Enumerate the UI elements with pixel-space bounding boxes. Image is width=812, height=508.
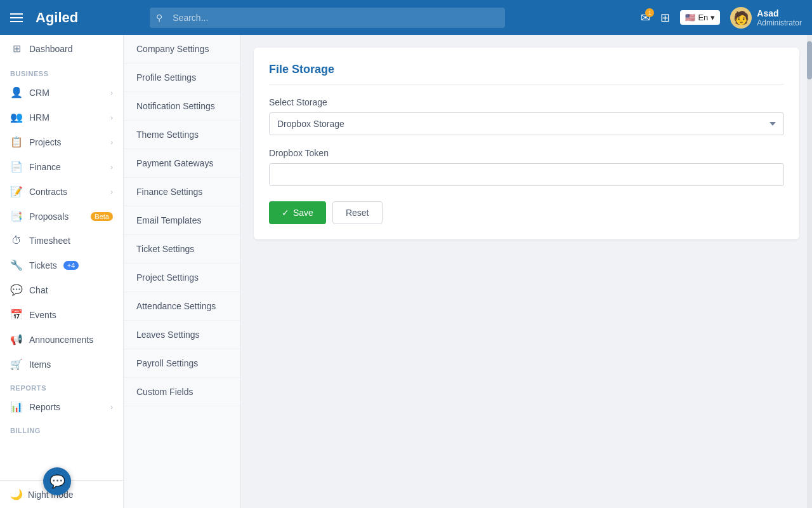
- reports-arrow-icon: ›: [110, 403, 113, 411]
- search-input[interactable]: [150, 8, 505, 28]
- dropbox-token-group: Dropbox Token: [269, 148, 784, 186]
- settings-payment[interactable]: Payment Gateways: [124, 149, 240, 178]
- dropbox-token-label: Dropbox Token: [269, 148, 784, 158]
- contracts-arrow-icon: ›: [110, 188, 113, 196]
- reports-icon: 📊: [10, 401, 23, 413]
- settings-company[interactable]: Company Settings: [124, 35, 240, 64]
- settings-notification[interactable]: Notification Settings: [124, 92, 240, 121]
- notifications-button[interactable]: ✉ 1: [641, 11, 650, 25]
- scrollbar[interactable]: [807, 35, 812, 508]
- tickets-badge: +4: [63, 261, 79, 270]
- sidebar-item-finance[interactable]: 📄 Finance ›: [0, 154, 123, 179]
- hrm-label: HRM: [29, 112, 49, 123]
- sidebar-item-projects[interactable]: 📋 Projects ›: [0, 130, 123, 154]
- sidebar-item-contracts[interactable]: 📝 Contracts ›: [0, 179, 123, 204]
- events-label: Events: [29, 310, 56, 320]
- search-container: ⚲: [150, 8, 505, 28]
- proposals-badge: Beta: [91, 212, 113, 221]
- announcements-icon: 📢: [10, 333, 23, 345]
- sidebar-item-items[interactable]: 🛒 Items: [0, 352, 123, 377]
- crm-label: CRM: [29, 88, 49, 98]
- settings-sidebar: Company Settings Profile Settings Notifi…: [124, 35, 241, 508]
- night-mode-icon: 🌙: [10, 488, 23, 500]
- file-storage-card: File Storage Select Storage Dropbox Stor…: [254, 48, 799, 239]
- file-storage-title: File Storage: [269, 63, 784, 84]
- app-logo: Agiled: [36, 10, 78, 26]
- username: Asad: [757, 8, 802, 18]
- sidebar-item-announcements[interactable]: 📢 Announcements: [0, 327, 123, 352]
- announcements-label: Announcements: [29, 335, 93, 345]
- flag-icon: 🇺🇸: [685, 13, 695, 22]
- projects-label: Projects: [29, 137, 62, 147]
- hrm-icon: 👥: [10, 111, 23, 123]
- crm-arrow-icon: ›: [110, 89, 113, 97]
- settings-attendance[interactable]: Attendance Settings: [124, 292, 240, 321]
- check-icon: ✓: [282, 208, 289, 218]
- sidebar-item-reports[interactable]: 📊 Reports ›: [0, 394, 123, 419]
- form-actions: ✓ Save Reset: [269, 201, 784, 224]
- hamburger-menu[interactable]: [10, 13, 23, 22]
- projects-arrow-icon: ›: [110, 138, 113, 146]
- left-sidebar: ⊞ Dashboard BUSINESS 👤 CRM › 👥 HRM › 📋 P…: [0, 35, 124, 508]
- sidebar-item-tickets[interactable]: 🔧 Tickets +4: [0, 253, 123, 277]
- section-billing: BILLING: [0, 419, 123, 437]
- settings-finance[interactable]: Finance Settings: [124, 178, 240, 206]
- sidebar-item-dashboard[interactable]: ⊞ Dashboard: [0, 35, 123, 62]
- items-icon: 🛒: [10, 358, 23, 370]
- sidebar-item-hrm[interactable]: 👥 HRM ›: [0, 105, 123, 130]
- user-role: Administrator: [757, 18, 802, 27]
- dropbox-token-input[interactable]: [269, 163, 784, 186]
- user-menu[interactable]: 🧑 Asad Administrator: [730, 7, 802, 29]
- chat-support-button[interactable]: 💬: [43, 467, 71, 495]
- save-button[interactable]: ✓ Save: [269, 201, 326, 224]
- timesheet-icon: ⏱: [10, 235, 23, 246]
- dashboard-icon: ⊞: [10, 43, 23, 55]
- notification-badge: 1: [645, 8, 654, 17]
- select-storage-group: Select Storage Dropbox Storage Local Sto…: [269, 97, 784, 135]
- section-business: BUSINESS: [0, 62, 123, 80]
- projects-icon: 📋: [10, 136, 23, 148]
- crm-icon: 👤: [10, 86, 23, 98]
- apps-button[interactable]: ⊞: [660, 11, 670, 25]
- events-icon: 📅: [10, 309, 23, 321]
- language-selector[interactable]: 🇺🇸 En ▾: [680, 10, 720, 25]
- avatar: 🧑: [730, 7, 752, 29]
- sidebar-item-crm[interactable]: 👤 CRM ›: [0, 80, 123, 105]
- sidebar-item-proposals[interactable]: 📑 Proposals Beta: [0, 204, 123, 229]
- contracts-icon: 📝: [10, 185, 23, 197]
- lang-chevron-icon: ▾: [710, 13, 715, 22]
- dashboard-label: Dashboard: [29, 44, 73, 54]
- scroll-thumb[interactable]: [807, 41, 812, 79]
- hrm-arrow-icon: ›: [110, 114, 113, 121]
- section-reports: REPORTS: [0, 377, 123, 394]
- chat-icon: 💬: [10, 284, 23, 296]
- sidebar-item-events[interactable]: 📅 Events: [0, 302, 123, 327]
- chat-bubble-icon: 💬: [49, 474, 65, 489]
- settings-ticket[interactable]: Ticket Settings: [124, 235, 240, 264]
- finance-icon: 📄: [10, 161, 23, 173]
- sidebar-item-timesheet[interactable]: ⏱ Timesheet: [0, 229, 123, 253]
- lang-label: En: [698, 13, 708, 22]
- reports-label: Reports: [29, 402, 60, 412]
- select-storage-label: Select Storage: [269, 97, 784, 107]
- settings-profile[interactable]: Profile Settings: [124, 64, 240, 92]
- top-navbar: Agiled ⚲ ✉ 1 ⊞ 🇺🇸 En ▾ 🧑 Asad Administra…: [0, 0, 812, 35]
- settings-project[interactable]: Project Settings: [124, 264, 240, 292]
- chat-label: Chat: [29, 285, 48, 295]
- finance-label: Finance: [29, 162, 61, 172]
- tickets-label: Tickets: [29, 260, 57, 271]
- finance-arrow-icon: ›: [110, 163, 113, 171]
- settings-custom[interactable]: Custom Fields: [124, 378, 240, 406]
- tickets-icon: 🔧: [10, 259, 23, 271]
- settings-payroll[interactable]: Payroll Settings: [124, 349, 240, 378]
- search-icon: ⚲: [156, 13, 162, 23]
- storage-select[interactable]: Dropbox Storage Local Storage Amazon S3: [269, 112, 784, 135]
- topnav-right: ✉ 1 ⊞ 🇺🇸 En ▾ 🧑 Asad Administrator: [641, 7, 802, 29]
- settings-leaves[interactable]: Leaves Settings: [124, 321, 240, 349]
- main-content: File Storage Select Storage Dropbox Stor…: [241, 35, 812, 508]
- settings-email[interactable]: Email Templates: [124, 206, 240, 235]
- sidebar-item-chat[interactable]: 💬 Chat: [0, 277, 123, 302]
- reset-button[interactable]: Reset: [332, 201, 383, 224]
- contracts-label: Contracts: [29, 187, 67, 197]
- settings-theme[interactable]: Theme Settings: [124, 121, 240, 149]
